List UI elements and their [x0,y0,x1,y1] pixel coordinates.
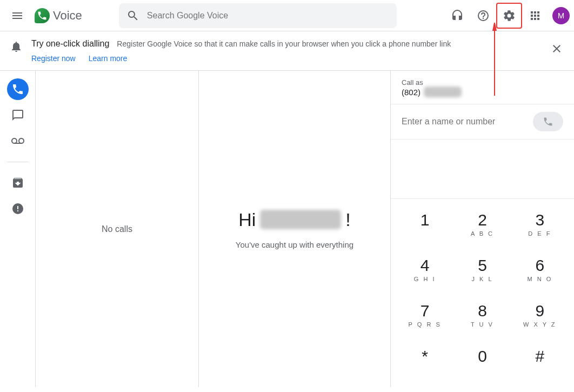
rail-divider [7,162,29,162]
key-letters: T U V [471,321,494,329]
avatar-initial: M [558,11,565,20]
key-letters: D E F [528,230,551,238]
key-letters: W X Y Z [523,321,557,329]
key-4[interactable]: 4G H I [396,248,453,293]
phone-icon [37,10,48,21]
dialer-panel: Call as (802) 12A B C3D E F4G H I5J K L6… [390,71,574,387]
key-star[interactable]: * [396,338,453,384]
settings-button[interactable] [496,3,522,29]
nav-calls[interactable] [7,78,29,100]
banner-title: Try one-click dialling [31,39,109,49]
call-as-number-prefix: (802) [402,88,421,97]
voice-logo-icon [35,8,50,23]
key-6[interactable]: 6M N O [511,248,569,293]
spam-icon [11,202,24,215]
apps-grid-icon [529,9,542,22]
key-letters: P Q R S [409,321,442,329]
search-input[interactable] [147,11,389,21]
key-5[interactable]: 5J K L [453,248,511,293]
inbox-empty-subtext: You've caught up with everything [236,240,353,249]
dial-keypad: 12A B C3D E F4G H I5J K L6M N O7P Q R S8… [391,198,574,387]
redacted-phone-rest [424,87,462,97]
key-digit: 5 [478,257,487,274]
dismiss-banner-button[interactable] [547,39,566,58]
one-click-dialling-banner: Try one-click dialling Register Google V… [0,31,574,71]
call-list-column: No calls [36,71,199,387]
greeting-prefix: Hi [238,209,256,230]
nav-archive[interactable] [7,172,29,194]
key-8[interactable]: 8T U V [453,293,511,338]
key-digit: 0 [478,348,487,364]
phone-icon [543,116,553,127]
headset-icon [451,9,464,22]
search-bar[interactable] [119,3,397,28]
help-icon [477,9,490,22]
headset-button[interactable] [444,3,470,29]
key-7[interactable]: 7P Q R S [396,293,453,338]
hamburger-icon [11,9,24,22]
learn-more-link[interactable]: Learn more [89,54,128,63]
key-digit: 4 [421,257,430,274]
key-digit: 2 [478,212,487,228]
close-icon [550,42,563,55]
nav-voicemail[interactable] [7,130,29,152]
key-2[interactable]: 2A B C [453,202,511,248]
redacted-name [260,210,341,229]
key-digit: 6 [535,257,544,274]
make-call-button[interactable] [533,112,563,131]
key-digit: 3 [535,212,544,228]
nav-messages[interactable] [7,104,29,126]
search-icon [126,9,139,22]
key-1[interactable]: 1 [396,202,453,248]
product-name: Voice [53,9,82,23]
key-digit: 8 [478,303,487,319]
greeting-suffix: ! [345,209,350,230]
product-logo[interactable]: Voice [35,8,82,23]
key-0[interactable]: 0 [453,338,511,384]
key-digit: 1 [421,212,430,228]
register-now-link[interactable]: Register now [31,54,76,63]
bell-icon [9,39,24,53]
left-nav-rail [0,71,36,387]
key-hash[interactable]: # [511,338,569,384]
no-calls-text: No calls [102,224,132,234]
key-3[interactable]: 3D E F [511,202,569,248]
nav-spam[interactable] [7,198,29,220]
dial-input-row [391,104,574,139]
apps-button[interactable] [522,3,548,29]
header-icon-group: M [444,3,570,29]
inbox-empty-pane: Hi ! You've caught up with everything [199,71,390,387]
key-digit: # [535,348,544,364]
gear-icon [503,9,516,22]
key-letters: M N O [527,276,552,283]
key-letters: A B C [471,230,494,238]
key-digit: 7 [421,303,430,319]
main-menu-button[interactable] [4,3,30,29]
key-9[interactable]: 9W X Y Z [511,293,569,338]
account-avatar[interactable]: M [552,7,570,24]
voicemail-icon [11,135,24,148]
help-button[interactable] [470,3,496,29]
key-digit: * [422,348,428,364]
banner-description: Register Google Voice so that it can mak… [117,39,451,48]
archive-icon [11,176,24,189]
app-header: Voice M [0,0,574,31]
message-icon [11,109,24,122]
call-as-section[interactable]: Call as (802) [391,71,574,104]
phone-icon [11,83,24,96]
dial-input[interactable] [402,117,528,127]
key-letters: J K L [471,276,493,283]
key-letters: G H I [414,276,436,283]
key-digit: 9 [535,303,544,319]
call-as-label: Call as [402,78,563,87]
main-content: No calls Hi ! You've caught up with ever… [0,71,574,387]
